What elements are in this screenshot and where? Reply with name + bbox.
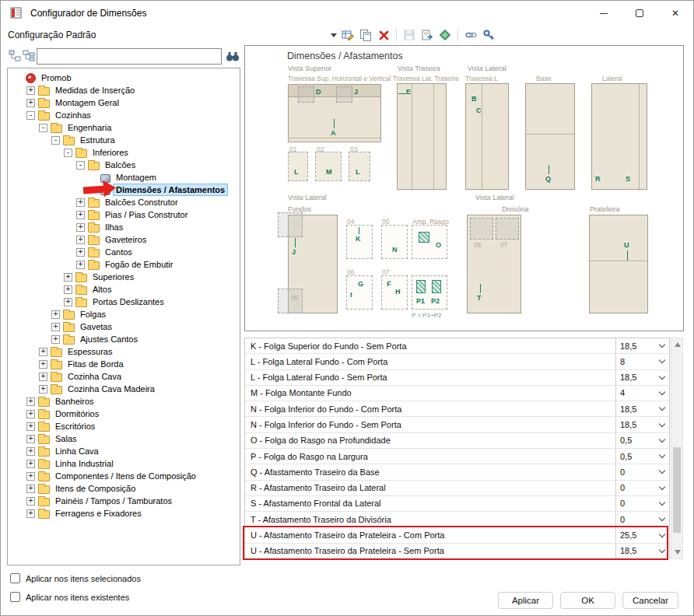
tree-item-fitas-de-borda[interactable]: +Fitas de Borda bbox=[8, 358, 240, 370]
apply-selected-checkbox[interactable] bbox=[10, 573, 20, 583]
collapse-icon[interactable]: - bbox=[64, 149, 72, 157]
tree-item-balcoes-construtor[interactable]: +Balcões Construtor bbox=[8, 196, 240, 208]
expand-icon[interactable]: + bbox=[64, 273, 72, 282]
tree-item-pias-pias-construtor[interactable]: +Pias / Pias Construtor bbox=[8, 208, 240, 221]
param-value-dropdown[interactable]: 0 bbox=[615, 464, 669, 479]
tree-item-montagem-geral[interactable]: +Montagem Geral bbox=[8, 96, 240, 109]
tree-item-ferragens-e-fixadores[interactable]: +Ferragens e Fixadores bbox=[8, 507, 240, 520]
tree-item-promob[interactable]: Promob bbox=[8, 72, 240, 84]
param-value-dropdown[interactable]: 18,5 bbox=[615, 401, 669, 416]
tree-item-escritorios[interactable]: +Escritórios bbox=[8, 420, 240, 432]
apply-selected-checkbox-row[interactable]: Aplicar nos itens selecionados bbox=[10, 573, 141, 583]
tree-item-espessuras[interactable]: +Espessuras bbox=[8, 345, 240, 358]
save-icon[interactable] bbox=[401, 27, 417, 43]
tree-item-cantos[interactable]: +Cantos bbox=[8, 246, 240, 258]
ok-button[interactable]: OK bbox=[560, 592, 615, 609]
collapse-icon[interactable]: - bbox=[76, 161, 85, 170]
export-config-icon[interactable] bbox=[419, 27, 435, 43]
tree-item-componentes-itens-de-composicao[interactable]: +Componentes / Itens de Composição bbox=[8, 470, 240, 482]
expand-tree-icon[interactable] bbox=[9, 50, 21, 62]
expand-icon[interactable]: + bbox=[26, 422, 35, 431]
scrollbar-thumb[interactable] bbox=[673, 447, 681, 533]
tree-item-fogao-de-embutir[interactable]: +Fogão de Embutir bbox=[8, 258, 240, 271]
tree-item-ilhas[interactable]: +Ilhas bbox=[8, 221, 240, 233]
apply-button[interactable]: Aplicar bbox=[498, 592, 553, 609]
expand-icon[interactable]: + bbox=[26, 410, 35, 418]
expand-icon[interactable]: + bbox=[26, 397, 35, 406]
link-config-icon[interactable] bbox=[463, 27, 478, 43]
tree-item-montagem[interactable]: Montagem bbox=[8, 171, 240, 184]
tree-item-folgas[interactable]: +Folgas bbox=[8, 308, 240, 320]
tree-item-paineis-tampos-tamburatos[interactable]: +Painéis / Tampos / Tamburatos bbox=[8, 495, 240, 507]
param-value-dropdown[interactable]: 18,5 bbox=[615, 338, 669, 353]
expand-icon[interactable]: + bbox=[39, 348, 47, 356]
collapse-tree-icon[interactable] bbox=[23, 50, 35, 62]
tree-item-cozinhas[interactable]: -Cozinhas bbox=[8, 109, 240, 121]
parameter-scrollbar[interactable] bbox=[671, 338, 683, 559]
tree-search-input[interactable] bbox=[37, 48, 222, 65]
param-value-dropdown[interactable]: 18,5 bbox=[615, 544, 669, 558]
param-value-dropdown[interactable]: 0 bbox=[615, 481, 669, 495]
expand-icon[interactable]: + bbox=[26, 447, 35, 456]
tree-item-cozinha-cava[interactable]: +Cozinha Cava bbox=[8, 370, 240, 383]
edit-config-icon[interactable] bbox=[340, 27, 356, 43]
maximize-button[interactable] bbox=[622, 1, 657, 26]
expand-icon[interactable]: + bbox=[76, 261, 85, 269]
scroll-up-icon[interactable] bbox=[675, 342, 681, 347]
cancel-button[interactable]: Cancelar bbox=[622, 592, 678, 609]
param-value-dropdown[interactable]: 0 bbox=[615, 496, 669, 511]
expand-icon[interactable]: + bbox=[39, 385, 47, 394]
param-value-dropdown[interactable]: 0,5 bbox=[615, 449, 669, 464]
close-button[interactable]: ✕ bbox=[657, 1, 693, 26]
minimize-button[interactable] bbox=[586, 1, 622, 26]
tree-item-dimensoes-afastamentos[interactable]: Dimensões / Afastamentos bbox=[8, 184, 240, 196]
expand-icon[interactable]: + bbox=[26, 509, 35, 518]
binoculars-search-icon[interactable] bbox=[226, 50, 240, 65]
expand-icon[interactable]: + bbox=[76, 223, 85, 232]
collapse-icon[interactable]: - bbox=[39, 124, 47, 132]
param-value-dropdown[interactable]: 18,5 bbox=[615, 370, 669, 385]
expand-icon[interactable]: + bbox=[76, 248, 85, 257]
scroll-down-icon[interactable] bbox=[675, 550, 681, 555]
expand-icon[interactable]: + bbox=[76, 211, 85, 219]
tree-item-linha-cava[interactable]: +Linha Cava bbox=[8, 445, 240, 457]
delete-config-icon[interactable] bbox=[376, 27, 391, 43]
tree-item-itens-de-composicao[interactable]: +Itens de Composição bbox=[8, 482, 240, 495]
tree-item-portas-deslizantes[interactable]: +Portas Deslizantes bbox=[8, 296, 240, 308]
expand-icon[interactable]: + bbox=[26, 485, 35, 493]
expand-icon[interactable]: + bbox=[39, 360, 47, 369]
expand-icon[interactable]: + bbox=[76, 236, 85, 244]
tree-item-gaveteiros[interactable]: +Gaveteiros bbox=[8, 233, 240, 246]
tree-item-superiores[interactable]: +Superiores bbox=[8, 271, 240, 283]
expand-icon[interactable]: + bbox=[26, 472, 35, 481]
tree-item-ajustes-cantos[interactable]: +Ajustes Cantos bbox=[8, 333, 240, 345]
tree-item-altos[interactable]: +Altos bbox=[8, 283, 240, 296]
expand-icon[interactable]: + bbox=[51, 310, 60, 319]
tree-item-balcoes[interactable]: -Balcões bbox=[8, 159, 240, 171]
expand-icon[interactable]: + bbox=[26, 86, 35, 95]
param-value-dropdown[interactable]: 25,5 bbox=[615, 527, 669, 542]
tree-item-cozinha-cava-madeira[interactable]: +Cozinha Cava Madeira bbox=[8, 383, 240, 395]
expand-icon[interactable]: + bbox=[51, 323, 60, 331]
param-value-dropdown[interactable]: 8 bbox=[615, 354, 669, 369]
expand-icon[interactable]: + bbox=[64, 285, 72, 294]
configuration-selector[interactable]: Configuração Padrão bbox=[7, 27, 337, 43]
param-value-dropdown[interactable]: 18,5 bbox=[615, 417, 669, 432]
tree-item-estrutura[interactable]: -Estrutura bbox=[8, 134, 240, 146]
tree-item-linha-industrial[interactable]: +Linha Industrial bbox=[8, 457, 240, 470]
param-value-dropdown[interactable]: 0,5 bbox=[615, 433, 669, 448]
tree-item-engenharia[interactable]: -Engenharia bbox=[8, 121, 240, 134]
tree-item-inferiores[interactable]: -Inferiores bbox=[8, 146, 240, 159]
expand-icon[interactable]: + bbox=[64, 298, 72, 306]
apply-existing-checkbox[interactable] bbox=[10, 592, 20, 602]
tree-item-gavetas[interactable]: +Gavetas bbox=[8, 320, 240, 333]
expand-icon[interactable]: + bbox=[26, 99, 35, 107]
tree-item-medidas-de-insercao[interactable]: +Medidas de Inserção bbox=[8, 84, 240, 96]
expand-icon[interactable]: + bbox=[39, 373, 47, 381]
tree-item-dormitorios[interactable]: +Dormitórios bbox=[8, 408, 240, 420]
expand-icon[interactable]: + bbox=[51, 335, 60, 344]
tree-item-banheiros[interactable]: +Banheiros bbox=[8, 395, 240, 408]
apply-existing-checkbox-row[interactable]: Aplicar nos itens existentes bbox=[10, 592, 129, 602]
expand-icon[interactable]: + bbox=[76, 198, 85, 207]
tools-icon[interactable] bbox=[481, 27, 496, 43]
